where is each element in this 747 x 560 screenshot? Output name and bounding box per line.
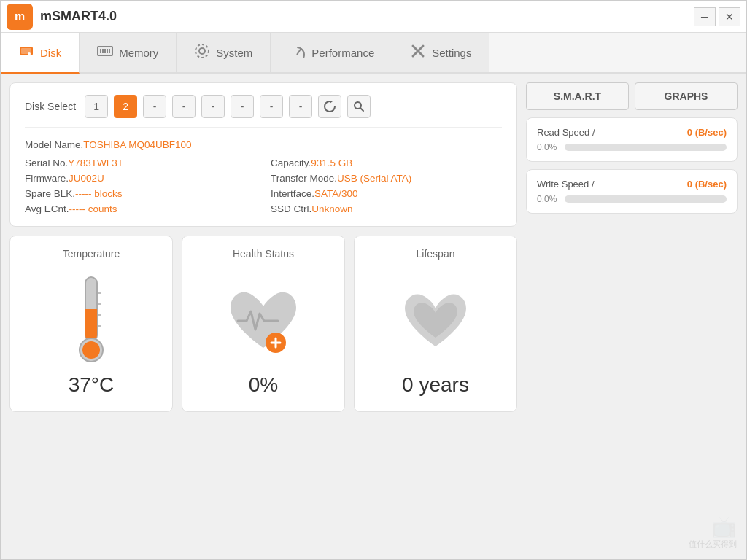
read-speed-percent: 0.0% (537, 142, 560, 152)
spare-blk-value: ----- blocks (75, 188, 123, 199)
app-logo: m (7, 4, 33, 30)
lifespan-value: 0 years (402, 373, 469, 397)
read-speed-bar-row: 0.0% (537, 142, 727, 152)
disk-btn-2[interactable]: 2 (114, 95, 137, 118)
read-speed-header: Read Speed / 0 (B/sec) (537, 127, 727, 138)
write-speed-header: Write Speed / 0 (B/sec) (537, 179, 727, 190)
tab-settings[interactable]: Settings (392, 33, 489, 72)
search-button[interactable] (347, 95, 371, 118)
capacity-value: 931.5 GB (311, 158, 352, 168)
serial-row: Serial No. Y783TWL3T (25, 158, 256, 168)
disk-btn-5[interactable]: - (201, 95, 225, 118)
refresh-button[interactable] (318, 95, 341, 118)
model-value: TOSHIBA MQ04UBF100 (83, 139, 191, 150)
tab-system[interactable]: System (177, 33, 271, 72)
smart-button[interactable]: S.M.A.R.T (526, 82, 629, 110)
avg-ecnt-label: Avg ECnt. (25, 203, 69, 214)
title-bar-controls: ─ ✕ (694, 7, 740, 26)
app-title: mSMART4.0 (40, 9, 117, 24)
write-speed-percent: 0.0% (537, 194, 560, 204)
transfer-label: Transfer Mode. (271, 173, 337, 184)
write-speed-value: 0 (B/sec) (687, 179, 727, 190)
read-speed-label: Read Speed / (537, 127, 595, 138)
thermometer-wrap (69, 271, 113, 373)
serial-value: Y783TWL3T (68, 158, 123, 168)
disk-btn-4[interactable]: - (172, 95, 196, 118)
svg-rect-7 (107, 49, 108, 53)
health-icon (223, 286, 303, 359)
tab-memory-label: Memory (119, 47, 158, 59)
svg-rect-6 (104, 49, 106, 53)
close-button[interactable]: ✕ (719, 7, 740, 26)
disk-info-grid: Model Name. TOSHIBA MQ04UBF100 Serial No… (25, 139, 502, 214)
smart-graphs-row: S.M.A.R.T GRAPHS (526, 82, 738, 110)
temperature-card: Temperature (9, 236, 173, 412)
temperature-value: 37°C (69, 373, 115, 397)
health-icon-wrap (223, 271, 303, 373)
firmware-label: Firmware. (25, 173, 69, 184)
svg-point-11 (290, 47, 304, 58)
tab-memory[interactable]: Memory (80, 33, 177, 72)
write-speed-bar-row: 0.0% (537, 194, 727, 204)
svg-rect-8 (109, 49, 110, 53)
tab-performance[interactable]: Performance (271, 33, 392, 72)
lifespan-icon (399, 289, 472, 355)
interface-row: Intertface. SATA/300 (271, 188, 502, 199)
avg-ecnt-value: ----- counts (69, 203, 117, 214)
thermometer-icon (69, 271, 113, 373)
interface-value: SATA/300 (314, 188, 358, 199)
disk-btn-8[interactable]: - (289, 95, 312, 118)
tab-bar: Disk Memory System Performance Settings (1, 33, 746, 74)
disk-btn-1[interactable]: 1 (85, 95, 108, 118)
avg-ecnt-row: Avg ECnt. ----- counts (25, 203, 256, 214)
read-speed-card: Read Speed / 0 (B/sec) 0.0% (526, 117, 738, 162)
health-title: Health Status (233, 248, 294, 260)
svg-rect-20 (85, 309, 97, 341)
tab-settings-label: Settings (432, 47, 471, 59)
svg-point-9 (199, 48, 205, 54)
system-tab-icon (194, 43, 210, 63)
transfer-row: Transfer Mode. USB (Serial ATA) (271, 173, 502, 184)
read-speed-bar-bg (565, 144, 727, 151)
tab-disk[interactable]: Disk (1, 33, 80, 74)
svg-line-16 (360, 108, 363, 111)
spare-blk-row: Spare BLK. ----- blocks (25, 188, 256, 199)
lifespan-title: Lifespan (417, 248, 455, 260)
serial-label: Serial No. (25, 158, 68, 168)
write-speed-card: Write Speed / 0 (B/sec) 0.0% (526, 169, 738, 214)
disk-tab-icon (18, 43, 34, 63)
firmware-row: Firmware. JU002U (25, 173, 256, 184)
minimize-button[interactable]: ─ (694, 7, 716, 26)
ssd-ctrl-value: Unknown (311, 203, 352, 214)
transfer-value: USB (Serial ATA) (337, 173, 411, 184)
svg-point-10 (196, 44, 209, 58)
interface-label: Intertface. (271, 188, 314, 199)
disk-btn-6[interactable]: - (231, 95, 254, 118)
ssd-ctrl-label: SSD Ctrl. (271, 203, 311, 214)
lifespan-icon-wrap (399, 271, 472, 373)
tab-performance-label: Performance (311, 47, 374, 59)
graphs-button[interactable]: GRAPHS (635, 82, 738, 110)
model-label: Model Name. (25, 139, 83, 150)
capacity-label: Capacity. (271, 158, 311, 168)
ssd-ctrl-row: SSD Ctrl. Unknown (271, 203, 502, 214)
disk-btn-7[interactable]: - (260, 95, 283, 118)
health-card: Health Status 0% (182, 236, 345, 412)
title-bar: m mSMART4.0 ─ ✕ (1, 1, 746, 33)
firmware-value: JU002U (69, 173, 104, 184)
performance-tab-icon (288, 44, 306, 61)
disk-info-card: Disk Select 1 2 - - - - - - (9, 82, 517, 227)
left-panel: Disk Select 1 2 - - - - - - (9, 82, 517, 551)
temperature-title: Temperature (63, 248, 120, 260)
title-bar-left: m mSMART4.0 (7, 4, 117, 30)
disk-btn-3[interactable]: - (143, 95, 166, 118)
svg-point-22 (82, 341, 100, 359)
lifespan-card: Lifespan 0 years (354, 236, 517, 412)
main-content: Disk Select 1 2 - - - - - - (1, 74, 746, 559)
write-speed-label: Write Speed / (537, 179, 595, 190)
read-speed-value: 0 (B/sec) (687, 127, 727, 138)
tab-system-label: System (216, 47, 252, 59)
bottom-cards: Temperature (9, 236, 517, 412)
settings-tab-icon (410, 43, 426, 63)
write-speed-bar-bg (565, 195, 727, 203)
